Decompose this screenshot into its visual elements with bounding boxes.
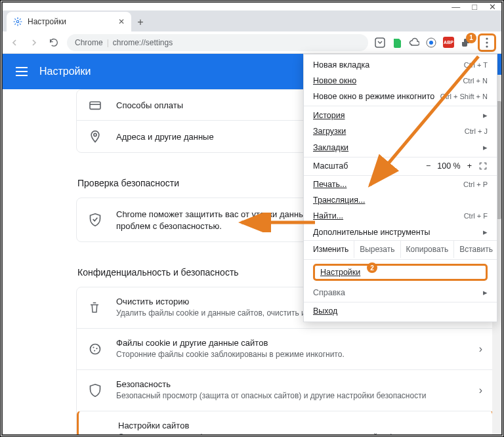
menu-help[interactable]: Справка▸ bbox=[304, 284, 497, 301]
kebab-menu-button[interactable] bbox=[478, 33, 496, 52]
window-controls: — □ ✕ bbox=[3, 3, 501, 10]
close-window-button[interactable]: ✕ bbox=[489, 2, 496, 12]
row-security[interactable]: БезопасностьБезопасный просмотр (защита … bbox=[77, 369, 494, 411]
svg-point-12 bbox=[96, 348, 97, 349]
trash-icon bbox=[89, 301, 102, 314]
svg-point-9 bbox=[94, 133, 96, 136]
label: Файлы cookie и другие данные сайтов bbox=[116, 338, 465, 348]
row-cookies[interactable]: Файлы cookie и другие данные сайтовСторо… bbox=[77, 328, 494, 369]
label: Безопасность bbox=[116, 379, 465, 389]
menu-icon[interactable] bbox=[16, 67, 28, 76]
maximize-button[interactable]: □ bbox=[472, 2, 477, 12]
toolbar: Chrome | chrome://settings ABP 1 bbox=[3, 31, 501, 54]
forward-button[interactable] bbox=[28, 36, 41, 49]
svg-point-0 bbox=[16, 20, 19, 23]
row-site-settings[interactable]: Настройки сайтовОпределяет, какую информ… bbox=[77, 411, 494, 434]
shield-icon bbox=[89, 383, 102, 398]
menu-exit[interactable]: Выход bbox=[304, 302, 497, 319]
svg-point-4 bbox=[486, 37, 488, 39]
svg-point-11 bbox=[93, 346, 94, 348]
sublabel: Сторонние файлы cookie заблокированы в р… bbox=[116, 349, 465, 360]
svg-point-10 bbox=[91, 344, 100, 354]
back-button[interactable] bbox=[8, 36, 21, 49]
address-bar[interactable]: Chrome | chrome://settings bbox=[67, 34, 368, 51]
chevron-right-icon: ▸ bbox=[483, 142, 488, 152]
extension-area: ABP 1 bbox=[375, 33, 496, 52]
pin-icon bbox=[89, 130, 102, 143]
menu-copy[interactable]: Копировать bbox=[400, 241, 454, 258]
svg-point-5 bbox=[486, 41, 488, 43]
cloud-icon[interactable] bbox=[409, 37, 419, 48]
chrome-icon[interactable] bbox=[426, 37, 436, 48]
svg-point-6 bbox=[486, 45, 488, 47]
menu-paste[interactable]: Вставить bbox=[453, 241, 498, 258]
tab-close-button[interactable]: ✕ bbox=[118, 17, 125, 26]
shield-check-icon bbox=[89, 213, 102, 227]
menu-more-tools[interactable]: Дополнительные инструменты▸ bbox=[304, 224, 497, 240]
chevron-right-icon: › bbox=[479, 343, 482, 355]
annotation-arrow bbox=[318, 55, 482, 199]
svg-point-3 bbox=[429, 41, 433, 45]
annotation-badge-1: 1 bbox=[466, 33, 476, 43]
url-separator: | bbox=[107, 38, 109, 47]
tab-title: Настройки bbox=[28, 17, 66, 26]
pocket-icon[interactable] bbox=[375, 37, 385, 48]
page-title: Настройки bbox=[39, 66, 91, 77]
sublabel: Определяет, какую информацию могут испол… bbox=[118, 432, 463, 434]
annotation-arrow bbox=[238, 213, 316, 232]
menu-edit-row: Изменить Вырезать Копировать Вставить bbox=[304, 240, 497, 258]
minimize-button[interactable]: — bbox=[452, 2, 460, 12]
menu-cut[interactable]: Вырезать bbox=[354, 241, 400, 258]
reload-button[interactable] bbox=[47, 36, 60, 49]
menu-edit-label: Изменить bbox=[304, 241, 354, 258]
svg-point-13 bbox=[94, 350, 95, 351]
url-scheme: Chrome bbox=[75, 38, 103, 47]
cookie-icon bbox=[89, 343, 102, 356]
new-tab-button[interactable]: + bbox=[131, 13, 150, 31]
chevron-right-icon: ▸ bbox=[483, 227, 488, 237]
svg-line-21 bbox=[370, 56, 478, 185]
menu-find[interactable]: Найти...Ctrl + F bbox=[304, 208, 497, 224]
svg-rect-7 bbox=[90, 102, 100, 109]
tab-strip: Настройки ✕ + bbox=[3, 10, 501, 31]
menu-settings[interactable]: Настройки 2 bbox=[304, 259, 497, 284]
label: Настройки сайтов bbox=[118, 421, 463, 430]
abp-icon[interactable]: ABP bbox=[443, 37, 454, 48]
card-icon bbox=[89, 100, 102, 110]
chevron-right-icon: ▸ bbox=[483, 110, 488, 120]
settings-gear-icon bbox=[13, 17, 22, 26]
sublabel: Безопасный просмотр (защита от опасных с… bbox=[116, 390, 465, 402]
chevron-right-icon: › bbox=[479, 385, 482, 396]
evernote-icon[interactable] bbox=[392, 37, 402, 48]
browser-tab[interactable]: Настройки ✕ bbox=[7, 12, 131, 31]
chevron-right-icon: ▸ bbox=[483, 287, 488, 297]
url-text: chrome://settings bbox=[113, 38, 173, 47]
annotation-badge-2: 2 bbox=[367, 262, 377, 273]
